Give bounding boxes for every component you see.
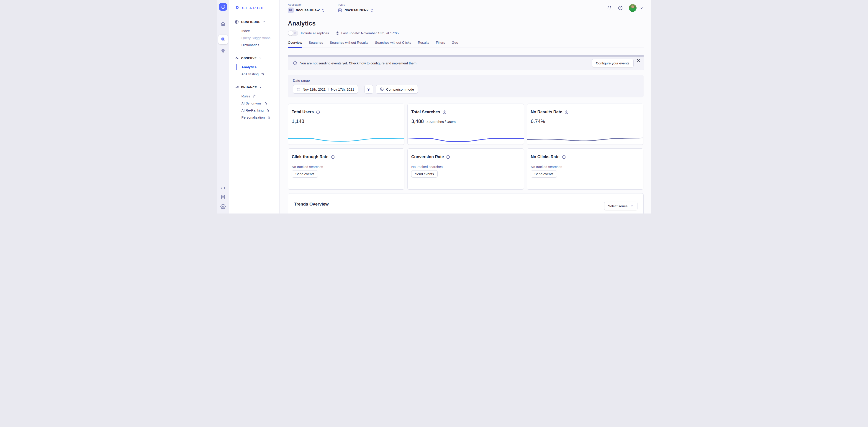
info-icon[interactable] xyxy=(446,155,450,159)
star-icon[interactable] xyxy=(261,72,265,76)
sidebar-item-rules[interactable]: Rules xyxy=(237,93,279,100)
nav-section-observe: OBSERVE Analytics A/B Testing xyxy=(229,55,279,77)
clock-icon xyxy=(336,31,339,35)
index-selector: Index docusaurus-2 xyxy=(338,3,373,12)
sidebar-item-label: Rules xyxy=(242,94,250,98)
section-header-configure[interactable]: CONFIGURE xyxy=(229,19,279,25)
empty-state-text: No tracked searches xyxy=(408,165,524,169)
section-header-observe[interactable]: OBSERVE xyxy=(229,55,279,61)
star-icon[interactable] xyxy=(264,101,268,105)
application-selector: Application D2 docusaurus-2 xyxy=(288,3,324,13)
date-range-button[interactable]: Nov 11th, 2021 | Nov 17th, 2021 xyxy=(293,85,358,94)
empty-state-text: No tracked searches xyxy=(288,165,404,169)
chevron-down-icon[interactable] xyxy=(640,6,644,10)
filter-button[interactable] xyxy=(365,85,373,94)
card-title: Total Users xyxy=(292,110,314,114)
chevron-down-icon xyxy=(262,21,265,23)
star-icon[interactable] xyxy=(253,95,256,98)
tab-results[interactable]: Results xyxy=(418,40,429,47)
sidebar-item-dictionaries[interactable]: Dictionaries xyxy=(237,41,279,48)
comparison-mode-label: Comparison mode xyxy=(386,88,414,91)
sidebar-item-label: Query Suggestions xyxy=(242,36,271,40)
card-value: 1,148 xyxy=(292,118,304,124)
configure-events-button[interactable]: Configure your events xyxy=(592,59,633,67)
bell-icon[interactable] xyxy=(607,5,612,10)
tab-searches[interactable]: Searches xyxy=(309,40,323,47)
sort-carets-icon xyxy=(371,8,373,12)
sidebar-item-label: Analytics xyxy=(242,65,257,69)
toggle-knob xyxy=(288,31,293,35)
tab-geo[interactable]: Geo xyxy=(452,40,458,47)
info-icon[interactable] xyxy=(316,110,320,114)
include-replicas-toggle[interactable]: ✕ xyxy=(288,31,298,36)
star-icon[interactable] xyxy=(266,108,270,112)
info-icon[interactable] xyxy=(442,110,446,114)
date-range-label: Date range xyxy=(293,78,639,83)
metric-cards-grid: Total Users 1,148 Total Searches 3,488 xyxy=(288,104,644,190)
search-product-icon-active[interactable] xyxy=(218,35,228,44)
section-header-enhance[interactable]: ENHANCE xyxy=(229,85,279,90)
avatar[interactable] xyxy=(629,4,637,12)
sidebar-item-query-suggestions[interactable]: Query Suggestions xyxy=(237,34,279,41)
stopwatch-app-icon[interactable] xyxy=(219,3,227,11)
sidebar-item-analytics[interactable]: Analytics xyxy=(237,64,279,71)
sidebar-item-ab-testing[interactable]: A/B Testing xyxy=(237,71,279,77)
sidebar-item-label: AI Re-Ranking xyxy=(242,108,264,112)
application-badge: D2 xyxy=(288,7,294,13)
info-icon[interactable] xyxy=(564,110,569,114)
application-value: docusaurus-2 xyxy=(296,8,320,12)
tab-bar: Overview Searches Searches without Resul… xyxy=(288,40,644,48)
nav-section-enhance: ENHANCE Rules AI Synonyms AI Re-Ranking xyxy=(229,85,279,121)
card-title: Total Searches xyxy=(411,110,440,114)
tab-filters[interactable]: Filters xyxy=(436,40,445,47)
chevron-down-icon xyxy=(259,57,261,59)
info-icon[interactable] xyxy=(562,155,566,159)
send-events-button[interactable]: Send events xyxy=(292,170,318,177)
analytics-dashboard: SEARCH CONFIGURE Index Query Suggestions… xyxy=(217,0,651,214)
application-select[interactable]: D2 docusaurus-2 xyxy=(288,7,324,13)
recommend-bulb-icon[interactable] xyxy=(220,48,226,54)
card-no-clicks-rate: No Clicks Rate No tracked searches Send … xyxy=(527,149,644,190)
sidebar-item-label: A/B Testing xyxy=(242,72,259,76)
tab-searches-without-results[interactable]: Searches without Results xyxy=(330,40,368,47)
total-users-sparkline xyxy=(288,133,404,143)
card-no-results-rate: No Results Rate 6.74% xyxy=(527,104,644,145)
select-series-button[interactable]: Select series xyxy=(604,202,638,210)
sidebar-item-ai-synonyms[interactable]: AI Synonyms xyxy=(237,100,279,107)
card-title: Click-through Rate xyxy=(292,155,329,159)
chevron-down-icon xyxy=(630,204,633,207)
bar-chart-icon[interactable] xyxy=(220,185,226,190)
sidebar-item-label: Personalization xyxy=(242,116,265,119)
date-start: Nov 11th, 2021 xyxy=(303,88,326,91)
trends-title: Trends Overview xyxy=(294,202,329,207)
comparison-mode-button[interactable]: Comparison mode xyxy=(376,85,418,94)
card-click-through-rate: Click-through Rate No tracked searches S… xyxy=(288,149,405,190)
close-icon[interactable] xyxy=(637,59,641,62)
no-results-rate-sparkline xyxy=(527,133,643,143)
info-icon xyxy=(293,61,297,65)
home-icon[interactable] xyxy=(220,21,226,27)
toggle-x-icon: ✕ xyxy=(294,31,297,35)
info-icon[interactable] xyxy=(331,155,335,159)
banner-text: You are not sending events yet. Check ho… xyxy=(300,61,417,65)
sidebar-item-personalization[interactable]: Personalization xyxy=(237,114,279,121)
sidebar-item-index[interactable]: Index xyxy=(237,27,279,34)
index-value: docusaurus-2 xyxy=(344,8,368,12)
date-separator: | xyxy=(328,88,329,91)
application-label: Application xyxy=(288,3,324,6)
database-icon[interactable] xyxy=(220,194,226,200)
help-icon[interactable] xyxy=(618,5,623,10)
sidebar: SEARCH CONFIGURE Index Query Suggestions… xyxy=(229,0,280,214)
tab-overview[interactable]: Overview xyxy=(288,40,302,47)
gear-icon[interactable] xyxy=(220,204,226,209)
search-logo[interactable]: SEARCH xyxy=(229,0,279,16)
tab-searches-without-clicks[interactable]: Searches without Clicks xyxy=(375,40,411,47)
sidebar-item-ai-re-ranking[interactable]: AI Re-Ranking xyxy=(237,107,279,114)
send-events-button[interactable]: Send events xyxy=(411,170,437,177)
search-pin-icon xyxy=(235,5,240,10)
select-series-label: Select series xyxy=(608,204,628,208)
star-icon[interactable] xyxy=(267,116,271,119)
index-select[interactable]: docusaurus-2 xyxy=(338,8,373,12)
topbar-actions xyxy=(601,4,644,12)
send-events-button[interactable]: Send events xyxy=(531,170,557,177)
